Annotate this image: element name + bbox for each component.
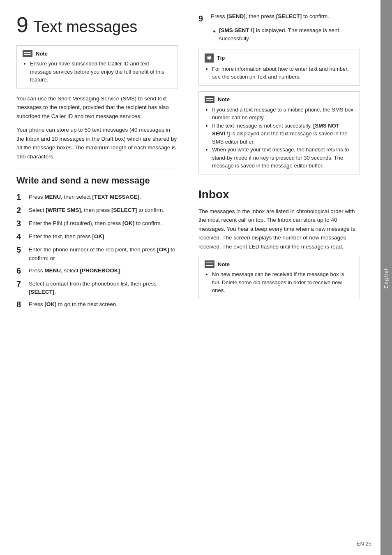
step5-bold1: [OK] (157, 246, 169, 253)
note-list-1: Ensure you have subscribed the Caller ID… (23, 60, 172, 84)
tip-box: ✱ Tip For more information about how to … (198, 49, 360, 86)
note-label-1: Note (36, 51, 48, 57)
step3-bold1: [OK] (122, 220, 134, 226)
note-header-1: Note (23, 50, 172, 57)
note3-item-1: No new message can be received if the me… (212, 270, 354, 295)
note2-item-3: When you write your text message, the ha… (212, 146, 354, 170)
right-column: 9 Press [SEND], then press [SELECT] to c… (194, 12, 360, 543)
page-number-text: EN 25 (357, 541, 371, 547)
step-content-9: Press [SEND], then press [SELECT] to con… (211, 12, 329, 21)
body-text-2: Your phone can store up to 50 text messa… (16, 125, 178, 161)
step2-bold2: [SELECT] (111, 207, 137, 213)
step-5: 5 Enter the phone number of the recipien… (16, 245, 178, 262)
note-box-3: Note No new message can be received if t… (198, 256, 360, 299)
divider-2 (198, 182, 360, 182)
note-header-3: Note (205, 260, 354, 268)
step6-bold1: MENU (44, 267, 61, 274)
step1-bold2: [TEXT MESSAGE] (92, 194, 140, 200)
chapter-number: 9 (16, 12, 28, 37)
tip-label: Tip (217, 55, 225, 61)
step-9: 9 Press [SEND], then press [SELECT] to c… (198, 12, 360, 25)
side-tab-label: English (383, 267, 389, 288)
left-column: 9 Text messages Note Ensure you have sub… (16, 12, 194, 543)
step2-bold1: [WRITE SMS] (46, 207, 81, 213)
steps-list: 1 Press MENU, then select [TEXT MESSAGE]… (16, 192, 178, 309)
step-4: 4 Enter the text, then press [OK]. (16, 232, 178, 242)
inbox-body: The messages in the inbox are listed in … (198, 207, 360, 251)
step-9-container: 9 Press [SEND], then press [SELECT] to c… (198, 12, 360, 43)
step-content-4: Enter the text, then press [OK]. (29, 232, 178, 241)
sms-sent-text: [SMS SENT !] is displayed. The message i… (219, 26, 360, 43)
step8-bold1: [OK] (44, 301, 56, 307)
step-content-3: Enter the PIN (if required), then press … (29, 218, 178, 228)
note2-bold1: [SMS NOT SENT!] (212, 123, 339, 137)
tip-header: ✱ Tip (205, 53, 354, 63)
note-icon-1 (23, 50, 32, 57)
step-content-1: Press MENU, then select [TEXT MESSAGE]. (29, 192, 178, 201)
step-3: 3 Enter the PIN (if required), then pres… (16, 218, 178, 228)
side-tab: English (380, 0, 392, 555)
step-num-3: 3 (16, 218, 25, 228)
note2-item-2: If the text message is not sent succesfu… (212, 122, 354, 146)
note-list-2: If you send a text message to a mobile p… (205, 106, 354, 170)
step7-bold1: [SELECT] (29, 289, 54, 295)
chapter-title: 9 Text messages (16, 12, 178, 37)
step1-bold1: MENU (44, 194, 61, 200)
sms-sent-bold: [SMS SENT !] (219, 27, 254, 33)
step-num-1: 1 (16, 192, 25, 202)
step-content-2: Select [WRITE SMS], then press [SELECT] … (29, 205, 178, 214)
step-num-8: 8 (16, 300, 25, 309)
step-num-7: 7 (16, 279, 25, 289)
step-content-6: Press MENU, select [PHONEBOOK]. (29, 266, 178, 275)
tip-item-1: For more information about how to enter … (212, 65, 354, 81)
divider-1 (16, 169, 178, 169)
tip-list: For more information about how to enter … (205, 65, 354, 81)
step6-bold2: [PHONEBOOK] (80, 267, 120, 274)
note-box-2: Note If you send a text message to a mob… (198, 91, 360, 174)
step-num-2: 2 (16, 205, 25, 215)
note2-item-1: If you send a text message to a mobile p… (212, 106, 354, 122)
page-number: EN 25 (357, 541, 371, 547)
step-content-7: Select a contact from the phonebook list… (29, 279, 178, 297)
step-6: 6 Press MENU, select [PHONEBOOK]. (16, 266, 178, 276)
body-text-1: You can use the Short Messaging Service … (16, 94, 178, 121)
note-label-2: Note (218, 96, 230, 102)
section-title: Write and send a new message (16, 175, 178, 187)
step9-bold1: [SEND] (226, 13, 246, 19)
step-8: 8 Press [OK] to go to the next screen. (16, 300, 178, 309)
step-2: 2 Select [WRITE SMS], then press [SELECT… (16, 205, 178, 215)
step4-bold1: [OK] (92, 233, 104, 239)
step9-bold2: [SELECT] (276, 13, 302, 19)
note-item-1: Ensure you have subscribed the Caller ID… (30, 60, 172, 84)
note-icon-3 (205, 260, 214, 268)
step-num-9: 9 (198, 12, 208, 25)
inbox-title: Inbox (198, 188, 360, 201)
step-num-5: 5 (16, 245, 25, 255)
note-list-3: No new message can be received if the me… (205, 270, 354, 295)
step-content-5: Enter the phone number of the recipient,… (29, 245, 178, 262)
step-num-4: 4 (16, 232, 25, 242)
step-1: 1 Press MENU, then select [TEXT MESSAGE]… (16, 192, 178, 202)
note-header-2: Note (205, 96, 354, 103)
tip-icon: ✱ (205, 53, 214, 63)
chapter-title-text: Text messages (33, 18, 137, 36)
step-num-6: 6 (16, 266, 25, 276)
step-7: 7 Select a contact from the phonebook li… (16, 279, 178, 297)
sms-sent-result: ↳ [SMS SENT !] is displayed. The message… (212, 26, 360, 43)
note-icon-2 (205, 96, 214, 103)
note-label-3: Note (218, 261, 230, 267)
arrow-icon: ↳ (212, 26, 217, 35)
step-content-8: Press [OK] to go to the next screen. (29, 300, 178, 309)
note-box-1: Note Ensure you have subscribed the Call… (16, 45, 178, 88)
